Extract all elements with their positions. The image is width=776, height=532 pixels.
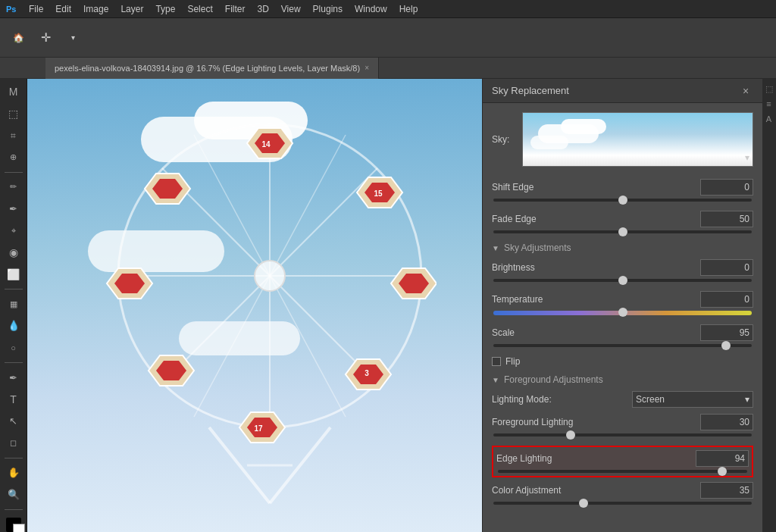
- tab-close-button[interactable]: ×: [365, 64, 369, 72]
- edge-lighting-value[interactable]: 94: [696, 450, 749, 467]
- tool-hand[interactable]: ✋: [3, 463, 24, 483]
- edge-lighting-slider[interactable]: [496, 470, 749, 473]
- temperature-value[interactable]: 0: [700, 291, 753, 308]
- fade-edge-row: Fade Edge 50: [492, 211, 753, 227]
- temperature-thumb[interactable]: [618, 308, 627, 317]
- menu-file[interactable]: File: [23, 0, 49, 18]
- fade-edge-thumb[interactable]: [618, 227, 627, 236]
- scale-track[interactable]: [493, 344, 752, 347]
- svg-text:15: 15: [374, 189, 383, 198]
- document-tab[interactable]: pexels-elina-volkova-18403914.jpg @ 16.7…: [45, 58, 379, 79]
- sky-preview-image: [523, 113, 753, 166]
- tool-text[interactable]: T: [3, 390, 24, 410]
- menu-view[interactable]: View: [275, 0, 307, 18]
- temperature-row: Temperature 0: [492, 291, 753, 308]
- edge-lighting-label: Edge Lighting: [496, 453, 696, 464]
- flip-checkbox[interactable]: [492, 357, 501, 366]
- foreground-lighting-thumb[interactable]: [566, 430, 575, 440]
- tool-pen[interactable]: ✒: [3, 368, 24, 388]
- tool-lasso[interactable]: ⬚: [3, 104, 24, 124]
- tool-clone[interactable]: ⌖: [3, 221, 24, 241]
- edge-lighting-highlighted-container: Edge Lighting 94: [492, 446, 753, 477]
- temperature-track[interactable]: [493, 311, 752, 315]
- menu-3d[interactable]: 3D: [251, 0, 274, 18]
- tool-spot-heal[interactable]: ✏: [3, 177, 24, 198]
- foreground-lighting-slider[interactable]: [492, 433, 753, 437]
- scale-value[interactable]: 95: [700, 324, 753, 341]
- options-dropdown[interactable]: ▾: [61, 26, 85, 50]
- tool-zoom[interactable]: 🔍: [3, 484, 24, 505]
- tool-crop[interactable]: ⌗: [3, 125, 24, 146]
- tool-dodge[interactable]: ○: [3, 337, 24, 358]
- menu-plugins[interactable]: Plugins: [307, 0, 349, 18]
- edge-lighting-thumb[interactable]: [718, 467, 727, 476]
- color-adjustment-value[interactable]: 35: [700, 482, 753, 499]
- edge-lighting-track[interactable]: [498, 470, 747, 473]
- shift-edge-slider[interactable]: [492, 199, 753, 202]
- scale-thumb[interactable]: [721, 341, 731, 350]
- scale-slider[interactable]: [492, 344, 753, 347]
- menu-help[interactable]: Help: [393, 0, 424, 18]
- brightness-label: Brightness: [492, 262, 700, 273]
- tool-selection[interactable]: M: [3, 82, 24, 102]
- tool-blur[interactable]: 💧: [3, 316, 24, 336]
- menu-filter[interactable]: Filter: [219, 0, 252, 18]
- shift-edge-thumb[interactable]: [618, 196, 627, 205]
- brightness-value[interactable]: 0: [700, 259, 753, 276]
- tool-measure[interactable]: ⊕: [3, 147, 24, 167]
- brightness-slider[interactable]: [492, 279, 753, 282]
- foreground-adjustments-header[interactable]: ▼ Foreground Adjustments: [492, 374, 753, 385]
- sky-replacement-panel: Sky Replacement × Sky: ▾ Shif: [482, 79, 762, 532]
- right-panel-icon-3[interactable]: A: [762, 112, 776, 126]
- fade-edge-track[interactable]: [493, 230, 752, 233]
- brightness-thumb[interactable]: [618, 276, 627, 285]
- fade-edge-value[interactable]: 50: [700, 211, 753, 227]
- sky-panel-close-button[interactable]: ×: [738, 83, 753, 99]
- temperature-slider[interactable]: [492, 311, 753, 315]
- svg-text:3: 3: [365, 369, 369, 377]
- shift-edge-value[interactable]: 0: [700, 179, 753, 196]
- brightness-track[interactable]: [493, 279, 752, 282]
- tool-separator-4: [5, 458, 23, 458]
- menu-select[interactable]: Select: [181, 0, 218, 18]
- menu-layer[interactable]: Layer: [114, 0, 149, 18]
- svg-point-9: [255, 261, 285, 291]
- tools-panel: M ⬚ ⌗ ⊕ ✏ ✒ ⌖ ◉ ⬜ ▦ 💧 ○ ✒ T ↖ ◻ ✋ 🔍: [0, 79, 27, 532]
- color-adjustment-slider[interactable]: [492, 502, 753, 505]
- tool-eraser[interactable]: ⬜: [3, 264, 24, 284]
- right-panel-icon-1[interactable]: ⬚: [762, 82, 776, 95]
- flip-row: Flip: [492, 356, 753, 367]
- menu-type[interactable]: Type: [149, 0, 181, 18]
- color-adjustment-label: Color Adjustment: [492, 485, 700, 496]
- foreground-adjustments-label: Foreground Adjustments: [504, 374, 603, 385]
- right-panel-icon-2[interactable]: ≡: [762, 97, 776, 111]
- sky-adjustments-arrow-icon: ▼: [492, 244, 499, 252]
- tool-separator-5: [5, 509, 23, 510]
- color-adjustment-thumb[interactable]: [579, 499, 588, 508]
- lighting-mode-select[interactable]: Screen ▾: [632, 391, 753, 408]
- foreground-lighting-value[interactable]: 30: [700, 414, 753, 430]
- menu-window[interactable]: Window: [349, 0, 393, 18]
- fade-edge-slider[interactable]: [492, 230, 753, 233]
- svg-text:17: 17: [254, 424, 263, 433]
- tool-brush[interactable]: ✒: [3, 199, 24, 219]
- color-adjustment-track[interactable]: [493, 502, 752, 505]
- sky-preview-box[interactable]: ▾: [522, 112, 753, 167]
- shift-edge-label: Shift Edge: [492, 182, 700, 192]
- tool-path-select[interactable]: ↖: [3, 411, 24, 431]
- sky-adjustments-header[interactable]: ▼ Sky Adjustments: [492, 243, 753, 253]
- shift-edge-track[interactable]: [493, 199, 752, 202]
- move-tool-button[interactable]: ✛: [33, 26, 58, 50]
- sky-dropdown-arrow-icon: ▾: [745, 152, 749, 163]
- foreground-lighting-track[interactable]: [493, 433, 752, 437]
- sky-selector: Sky: ▾: [492, 112, 753, 167]
- home-button[interactable]: 🏠: [6, 26, 30, 50]
- menu-edit[interactable]: Edit: [49, 0, 77, 18]
- foreground-color[interactable]: [6, 518, 21, 532]
- tool-shape[interactable]: ◻: [3, 433, 24, 453]
- tool-history-brush[interactable]: ◉: [3, 243, 24, 263]
- tool-separator-1: [5, 172, 23, 173]
- tool-gradient[interactable]: ▦: [3, 294, 24, 315]
- menu-image[interactable]: Image: [77, 0, 114, 18]
- menu-bar: Ps File Edit Image Layer Type Select Fil…: [0, 0, 776, 18]
